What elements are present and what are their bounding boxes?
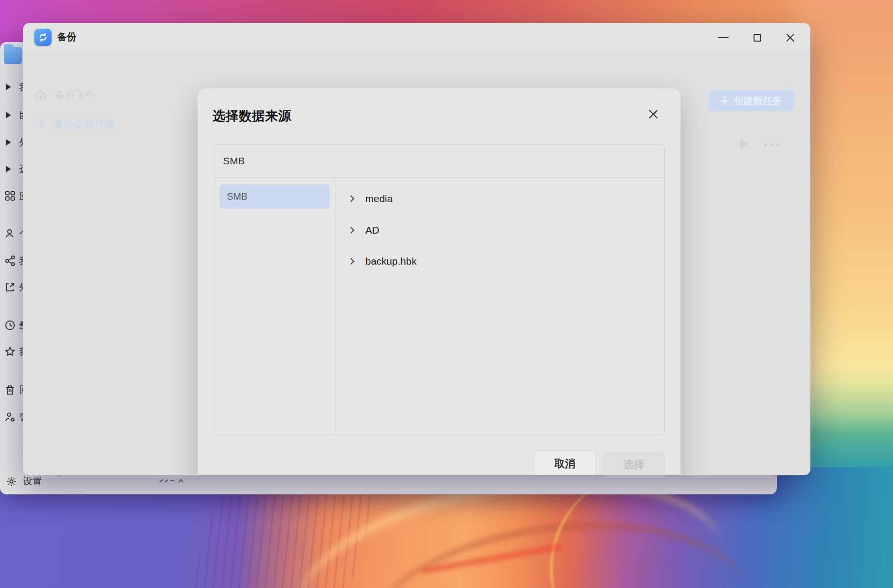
close-icon	[786, 33, 795, 43]
star-icon	[4, 345, 16, 358]
create-task-label: 创建新任务	[734, 95, 782, 107]
select-button-disabled[interactable]: 选择	[602, 451, 665, 475]
close-window-button[interactable]	[782, 31, 798, 45]
backup-window: 备份 备份飞牛 备份远程存储	[23, 23, 810, 475]
chevron-right-icon[interactable]	[348, 227, 354, 234]
source-list-panel: SMB	[214, 178, 336, 435]
path-text: SMB	[223, 155, 245, 167]
source-browser: SMB SMB media AD	[214, 144, 665, 435]
select-data-source-dialog: 选择数据来源 SMB SMB media	[198, 88, 680, 475]
grid-icon	[4, 190, 16, 202]
minimize-button[interactable]	[715, 31, 732, 45]
clock-icon	[4, 319, 16, 331]
more-options-icon[interactable]	[764, 143, 779, 146]
export-icon	[4, 281, 16, 293]
trash-icon	[4, 384, 16, 396]
person-icon	[4, 227, 16, 240]
cancel-button[interactable]: 取消	[534, 450, 596, 475]
gear-icon	[6, 476, 17, 487]
share-tree-panel: media AD backup.hbk	[336, 178, 665, 435]
triangle-expander-icon	[6, 166, 11, 172]
window-title: 备份	[57, 31, 76, 43]
play-icon[interactable]	[740, 139, 749, 149]
backup-app-icon	[34, 29, 52, 46]
tree-item-label: backup.hbk	[365, 256, 416, 267]
desktop: 我 团 外 远 应 个	[0, 0, 893, 588]
tree-item-media[interactable]: media	[336, 185, 665, 212]
panel-item-backup-fnos[interactable]: 备份飞牛	[34, 88, 95, 102]
cloud-upload-icon	[34, 88, 47, 102]
triangle-expander-icon	[6, 112, 11, 118]
maximize-button[interactable]	[749, 31, 765, 45]
tree-item-backup-hbk[interactable]: backup.hbk	[336, 248, 665, 275]
dialog-title: 选择数据来源	[213, 107, 291, 125]
path-bar[interactable]: SMB	[214, 145, 664, 178]
tree-item-ad[interactable]: AD	[336, 217, 665, 244]
chevron-right-icon[interactable]	[348, 195, 354, 202]
triangle-expander-icon	[6, 139, 11, 146]
sidebar-item-settings[interactable]: 设置	[6, 475, 42, 488]
panel-item-label: 备份飞牛	[55, 88, 95, 102]
share-icon	[4, 255, 16, 267]
settings-label: 设置	[23, 475, 42, 488]
panel-item-backup-remote[interactable]: 备份远程存储	[36, 118, 114, 131]
source-item-smb[interactable]: SMB	[220, 184, 330, 209]
tree-item-label: AD	[365, 225, 379, 236]
dialog-close-button[interactable]	[648, 109, 663, 124]
create-task-button[interactable]: 创建新任务	[708, 90, 794, 111]
title-bar[interactable]: 备份	[23, 23, 810, 50]
plus-icon	[721, 97, 728, 105]
tree-item-label: media	[365, 193, 393, 204]
triangle-expander-icon	[6, 84, 11, 90]
clipped-glyph-marks	[159, 478, 189, 483]
download-icon	[36, 119, 46, 129]
folder-icon	[4, 44, 22, 64]
chevron-right-icon[interactable]	[348, 258, 354, 265]
person-gear-icon	[4, 411, 16, 423]
panel-item-label: 备份远程存储	[54, 118, 114, 131]
source-item-label: SMB	[227, 191, 247, 202]
